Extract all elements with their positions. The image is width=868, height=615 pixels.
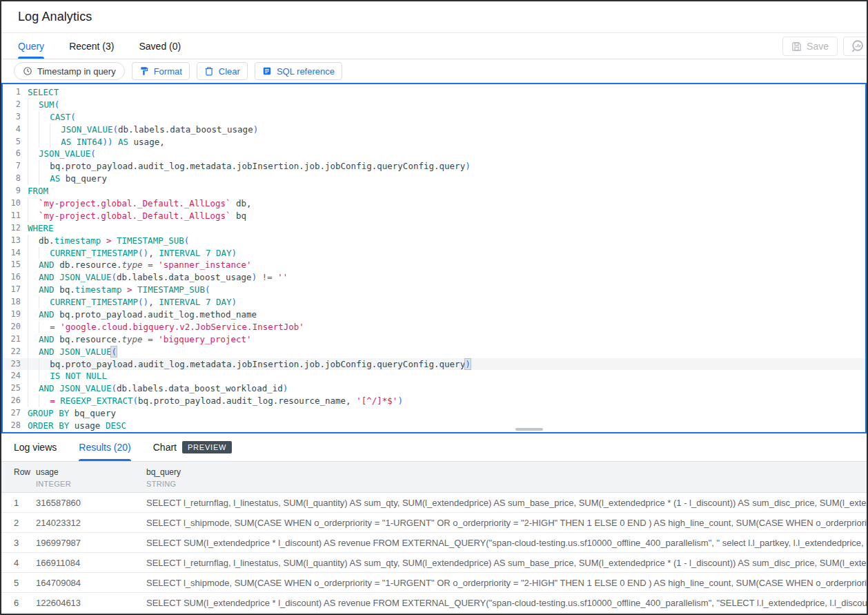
table-row[interactable]: 6122604613SELECT SUM(l_extendedprice * l… [1,593,867,613]
table-row[interactable]: 1316587860SELECT l_returnflag, l_linesta… [1,493,867,513]
editor-horizontal-scrollbar[interactable] [515,428,543,431]
tab-results[interactable]: Results (20) [79,433,130,461]
code-line[interactable]: 21 AND bq.resource.type = 'bigquery_proj… [3,333,865,346]
code-line[interactable]: 27GROUP BY bq_query [3,407,865,420]
code-line[interactable]: 4 JSON_VALUE(db.labels.data_boost_usage) [3,124,865,136]
format-button[interactable]: Format [132,62,190,80]
tab-saved-label: Saved (0) [139,41,181,52]
column-header-bq-query: bq_query [146,466,867,478]
code-line[interactable]: 23 bq.proto_payload.audit_log.metadata.j… [3,358,865,371]
preview-badge: PREVIEW [182,441,232,453]
tab-recent[interactable]: Recent (3) [69,33,114,59]
sql-reference-button-label: SQL reference [277,66,335,77]
results-table-header: Row usage INTEGER bq_query STRING [1,461,867,493]
code-line[interactable]: 9FROM [3,185,865,197]
table-row[interactable]: 2214023312SELECT l_shipmode, SUM(CASE WH… [1,513,867,533]
cell-row-number: 6 [1,598,36,608]
code-line[interactable]: 8 AS bq_query [3,173,865,185]
code-line[interactable]: 25 AND JSON_VALUE(db.labels.data_boost_w… [3,382,865,395]
line-number: 9 [3,185,21,197]
code-line[interactable]: 16 AND JSON_VALUE(db.labels.data_boost_u… [3,271,865,284]
query-insights-button[interactable] [843,37,868,56]
table-row[interactable]: 3196997987SELECT SUM(l_extendedprice * l… [1,533,867,553]
column-header-usage: usage [36,466,146,478]
code-line[interactable]: 28ORDER BY usage DESC [3,420,865,432]
code-text: FROM [21,185,48,197]
code-text: GROUP BY bq_query [21,407,116,420]
trash-icon [204,66,214,76]
code-line[interactable]: 5 AS INT64)) AS usage, [3,136,865,148]
line-number: 24 [3,370,21,382]
cell-bq-query: SELECT l_returnflag, l_linestatus, SUM(l… [146,558,867,568]
code-text: JSON_VALUE( [21,148,96,160]
sql-editor[interactable]: 1SELECT2 SUM(3 CAST(4 JSON_VALUE(db.labe… [1,83,867,433]
code-line[interactable]: 24 IS NOT NULL [3,370,865,382]
code-lines: 1SELECT2 SUM(3 CAST(4 JSON_VALUE(db.labe… [3,84,865,432]
code-line[interactable]: 12WHERE [3,222,865,235]
code-text: WHERE [21,222,54,235]
code-text: AS bq_query [21,173,107,185]
code-line[interactable]: 22 AND JSON_VALUE( [3,346,865,358]
code-line[interactable]: 10 `my-project.global._Default._AllLogs`… [3,197,865,210]
tab-recent-label: Recent (3) [69,41,114,52]
code-line[interactable]: 11 `my-project.global._Default._AllLogs`… [3,210,865,222]
line-number: 4 [3,124,21,136]
format-paint-icon [139,66,149,76]
line-number: 16 [3,271,21,284]
code-line[interactable]: 3 CAST( [3,111,865,124]
code-line[interactable]: 20 = 'google.cloud.bigquery.v2.JobServic… [3,321,865,333]
magnifier-chart-icon [851,39,866,54]
save-button-label: Save [807,41,829,52]
line-number: 2 [3,99,21,111]
clear-button[interactable]: Clear [197,62,248,80]
code-line[interactable]: 1SELECT [3,86,865,99]
line-number: 12 [3,222,21,235]
tab-chart[interactable]: Chart PREVIEW [153,433,233,461]
tab-chart-label: Chart [153,442,177,453]
code-text: AND db.resource.type = 'spanner_instance… [21,259,252,271]
format-button-label: Format [154,66,182,77]
line-number: 11 [3,210,21,222]
code-line[interactable]: 13 db.timestamp > TIMESTAMP_SUB( [3,235,865,247]
code-line[interactable]: 19 AND bq.proto_payload.audit_log.method… [3,309,865,321]
cell-usage: 214023312 [36,518,146,528]
code-line[interactable]: 2 SUM( [3,99,865,111]
line-number: 18 [3,296,21,309]
query-tabs-bar: Query Recent (3) Saved (0) Save [1,33,867,59]
line-number: 5 [3,136,21,148]
table-row[interactable]: 5164709084SELECT l_shipmode, SUM(CASE WH… [1,573,867,593]
timestamp-in-query-chip[interactable]: Timestamp in query [14,62,125,80]
code-line[interactable]: 18 CURRENT_TIMESTAMP(), INTERVAL 7 DAY) [3,296,865,309]
code-line[interactable]: 26 = REGEXP_EXTRACT(bq.proto_payload.aud… [3,395,865,407]
cell-usage: 164709084 [36,578,146,588]
line-number: 28 [3,420,21,432]
title-bar: Log Analytics [1,1,867,33]
line-number: 8 [3,173,21,185]
cell-bq-query: SELECT l_shipmode, SUM(CASE WHEN o_order… [146,518,867,528]
sql-reference-button[interactable]: SQL reference [255,62,342,80]
code-line[interactable]: 6 JSON_VALUE( [3,148,865,160]
line-number: 22 [3,346,21,358]
code-text: AND JSON_VALUE(db.labels.data_boost_work… [21,382,288,395]
line-number: 10 [3,197,21,210]
code-text: `my-project.global._Default._AllLogs` db… [21,197,252,210]
tab-query[interactable]: Query [18,33,44,59]
cell-usage: 316587860 [36,498,146,508]
clear-button-label: Clear [219,66,240,77]
tab-saved[interactable]: Saved (0) [139,33,181,59]
page-title: Log Analytics [18,10,92,24]
line-number: 19 [3,309,21,321]
tab-log-views[interactable]: Log views [14,433,57,461]
code-text: CAST( [21,111,76,124]
line-number: 6 [3,148,21,160]
code-line[interactable]: 7 bq.proto_payload.audit_log.metadata.jo… [3,160,865,173]
line-number: 7 [3,160,21,173]
code-line[interactable]: 15 AND db.resource.type = 'spanner_insta… [3,259,865,271]
save-button[interactable]: Save [782,37,838,56]
code-line[interactable]: 17 AND bq.timestamp > TIMESTAMP_SUB( [3,284,865,296]
line-number: 3 [3,111,21,124]
code-line[interactable]: 14 CURRENT_TIMESTAMP(), INTERVAL 7 DAY) [3,247,865,260]
tab-results-label: Results (20) [79,442,130,453]
code-text: ORDER BY usage DESC [21,420,126,432]
table-row[interactable]: 4166911084SELECT l_returnflag, l_linesta… [1,553,867,573]
